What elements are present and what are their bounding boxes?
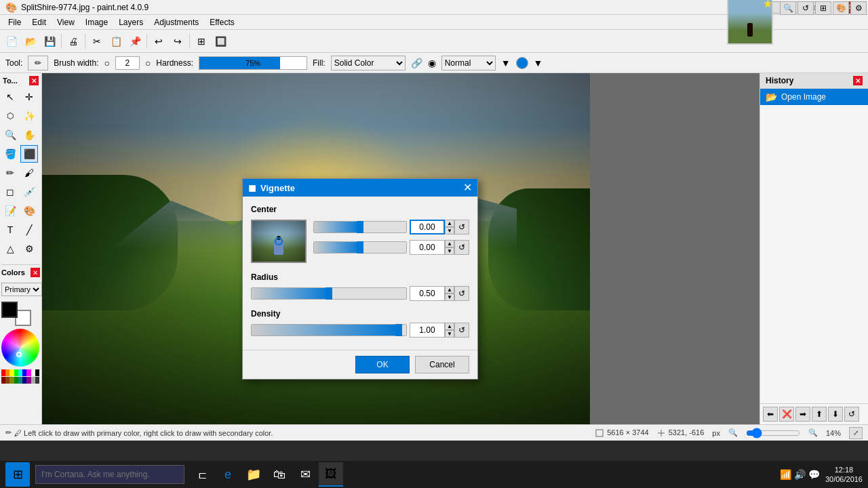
density-slider-thumb[interactable]: [395, 324, 402, 336]
task-view-button[interactable]: ⊏: [190, 462, 214, 487]
gradient-tool[interactable]: ⬛: [20, 145, 38, 163]
x-reset-button[interactable]: ↺: [454, 220, 469, 235]
radius-value-box[interactable]: 0.50: [410, 286, 445, 301]
taskbar-files-icon[interactable]: 📁: [241, 462, 266, 487]
hand-tool[interactable]: ✋: [20, 126, 38, 144]
clock[interactable]: 12:18 30/06/2016: [825, 465, 863, 485]
color-picker-icon[interactable]: ▼: [534, 58, 543, 68]
history-btn-3[interactable]: ➡: [795, 407, 810, 422]
density-value-box[interactable]: 1.00: [410, 323, 445, 338]
brush-size-toggle[interactable]: ○: [104, 58, 109, 68]
line-tool[interactable]: ╱: [20, 221, 38, 239]
y-spin-up[interactable]: ▲: [445, 240, 454, 247]
y-reset-button[interactable]: ↺: [454, 240, 469, 255]
move-tool[interactable]: ✛: [20, 88, 38, 106]
zoom-slider[interactable]: [746, 428, 800, 439]
shapes-more[interactable]: ⚙: [20, 240, 38, 258]
action-center-icon[interactable]: 💬: [808, 469, 820, 480]
radius-slider-track[interactable]: [251, 287, 407, 300]
eraser-tool[interactable]: ◻: [1, 183, 19, 201]
color-picker-tool[interactable]: 💉: [20, 183, 38, 201]
sys-icon-2[interactable]: ↺: [797, 1, 814, 15]
new-file-button[interactable]: 📄: [3, 33, 20, 50]
density-spin-up[interactable]: ▲: [445, 323, 454, 330]
x-spin-down[interactable]: ▼: [445, 227, 454, 235]
shape-tool[interactable]: △: [1, 240, 19, 258]
clone-stamp-tool[interactable]: 📝: [1, 202, 19, 220]
x-value-box[interactable]: 0.00: [410, 220, 445, 235]
blend-options-icon[interactable]: 🔗: [411, 58, 422, 68]
fill-select[interactable]: Solid Color: [331, 56, 406, 70]
lasso-tool[interactable]: ⬡: [1, 107, 19, 125]
save-button[interactable]: 💾: [41, 33, 58, 50]
history-btn-5[interactable]: ⬇: [828, 407, 843, 422]
cut-button[interactable]: ✂: [88, 33, 106, 50]
density-spin-down[interactable]: ▼: [445, 330, 454, 338]
redo-button[interactable]: ↪: [169, 33, 186, 50]
density-slider-track[interactable]: [251, 324, 407, 336]
palette-dark-gray[interactable]: [35, 377, 39, 384]
zoom-in-btn[interactable]: 🔍: [808, 428, 818, 437]
sys-icon-1[interactable]: 🔍: [780, 1, 796, 15]
tool-dropdown[interactable]: ✏: [28, 56, 48, 70]
menu-adjustments[interactable]: Adjustments: [149, 16, 204, 28]
y-slider-track[interactable]: [313, 241, 407, 253]
blend-more-icon[interactable]: ▼: [501, 58, 511, 68]
brush-width-input[interactable]: [115, 56, 140, 70]
y-spin-down[interactable]: ▼: [445, 247, 454, 255]
x-spin-up[interactable]: ▲: [445, 220, 454, 227]
network-icon[interactable]: 📶: [780, 469, 791, 480]
taskbar-edge-icon[interactable]: e: [216, 462, 240, 487]
sys-icon-3[interactable]: ⊞: [815, 1, 831, 15]
cancel-button[interactable]: Cancel: [415, 356, 469, 373]
menu-image[interactable]: Image: [80, 16, 113, 28]
cortana-search[interactable]: [35, 465, 184, 484]
grid-button[interactable]: ⊞: [193, 33, 210, 50]
crop-button[interactable]: 🔲: [212, 33, 229, 50]
recolor-tool[interactable]: 🎨: [20, 202, 38, 220]
hardness-bar-container[interactable]: 75%: [199, 56, 307, 70]
copy-button[interactable]: 📋: [107, 33, 125, 50]
radius-reset-button[interactable]: ↺: [454, 286, 469, 301]
density-reset-button[interactable]: ↺: [454, 323, 469, 338]
tools-panel-close[interactable]: ✕: [29, 76, 39, 85]
color-wheel-container[interactable]: [1, 329, 39, 367]
vignette-dialog[interactable]: ◼ Vignette ✕ Center: [242, 178, 478, 380]
history-item-open-image[interactable]: 📂 Open Image: [760, 89, 868, 105]
y-slider-thumb[interactable]: [357, 241, 363, 253]
taskbar-mail-icon[interactable]: ✉: [293, 462, 317, 487]
palette-black[interactable]: [35, 369, 39, 376]
history-close-button[interactable]: ✕: [853, 76, 863, 85]
color-wheel[interactable]: [1, 329, 39, 367]
magic-wand-tool[interactable]: ✨: [20, 107, 38, 125]
pencil-tool[interactable]: ✏: [1, 164, 19, 182]
radius-spin-up[interactable]: ▲: [445, 286, 454, 293]
zoom-tool[interactable]: 🔍: [1, 126, 19, 144]
start-button[interactable]: ⊞: [5, 462, 30, 487]
paint-bucket-tool[interactable]: 🪣: [1, 145, 19, 163]
brush-tool[interactable]: 🖌: [20, 164, 38, 182]
sys-icon-5[interactable]: ⚙: [850, 1, 867, 15]
undo-button[interactable]: ↩: [150, 33, 167, 50]
color-mode-select[interactable]: Primary: [1, 283, 42, 296]
taskbar-paintnet-icon[interactable]: 🖼: [319, 462, 343, 487]
menu-effects[interactable]: Effects: [204, 16, 239, 28]
history-btn-6[interactable]: ↺: [844, 407, 859, 422]
fit-screen-btn[interactable]: ⤢: [849, 427, 863, 439]
menu-file[interactable]: File: [3, 16, 26, 28]
radius-slider-thumb[interactable]: [326, 287, 332, 300]
blend-mode-select[interactable]: Normal: [441, 56, 496, 70]
opacity-icon[interactable]: ◉: [428, 58, 436, 68]
open-file-button[interactable]: 📂: [22, 33, 39, 50]
menu-view[interactable]: View: [52, 16, 80, 28]
history-btn-2[interactable]: ❌: [779, 407, 794, 422]
select-rectangle-tool[interactable]: ↖: [1, 88, 19, 106]
history-btn-1[interactable]: ⬅: [763, 407, 778, 422]
history-btn-4[interactable]: ⬆: [812, 407, 827, 422]
ok-button[interactable]: OK: [355, 356, 410, 373]
x-slider-thumb[interactable]: [357, 221, 363, 233]
primary-color-swatch[interactable]: [1, 302, 18, 318]
x-slider-track[interactable]: [313, 221, 407, 233]
print-button[interactable]: 🖨: [64, 33, 82, 50]
taskbar-store-icon[interactable]: 🛍: [267, 462, 292, 487]
